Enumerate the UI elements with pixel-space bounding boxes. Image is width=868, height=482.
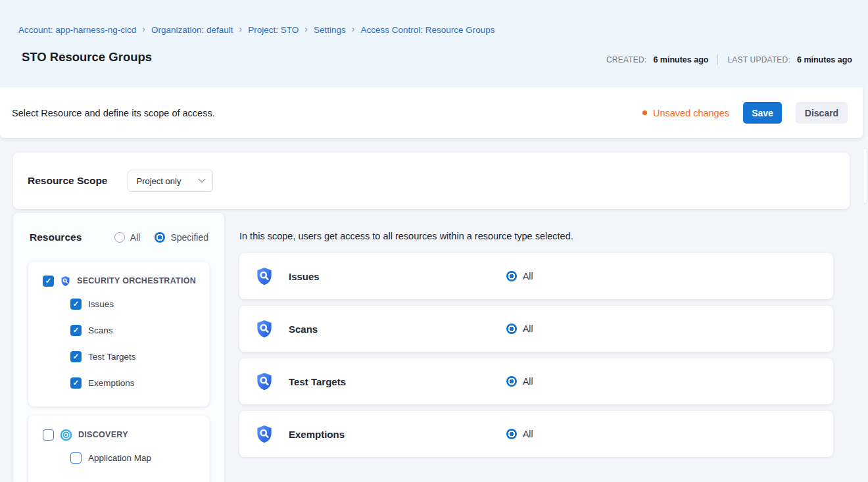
tree-child-row[interactable]: ✓ Issues [28, 291, 209, 317]
unsaved-changes-label: Unsaved changes [653, 108, 729, 118]
chevron-right-icon: › [304, 24, 308, 35]
resources-title: Resources [30, 231, 82, 243]
sto-shield-icon [254, 266, 274, 286]
resource-card-label: Exemptions [289, 429, 345, 440]
scope-help-text: In this scope, users get access to all r… [239, 231, 573, 241]
resource-card-issues: Issues All [239, 253, 833, 299]
tree-child-row[interactable]: ✓ Scans [28, 317, 209, 343]
checkbox-checked[interactable]: ✓ [70, 325, 82, 336]
child-label: Exemptions [88, 378, 135, 388]
sto-shield-icon [254, 319, 274, 339]
checkbox-unchecked[interactable] [43, 429, 54, 441]
tree-parent-row[interactable]: ✓ SECURITY ORCHESTRATION [28, 262, 209, 291]
tree-parent-row[interactable]: DISCOVERY [28, 416, 209, 445]
radio-unselected-icon[interactable] [114, 232, 125, 243]
access-all-label: All [523, 376, 533, 387]
breadcrumb-project-link[interactable]: Project: STO [248, 25, 299, 35]
breadcrumb-access-control-link[interactable]: Access Control: Resource Groups [360, 25, 494, 35]
radio-selected-icon[interactable] [506, 376, 517, 387]
resource-scope-dropdown[interactable]: Project only [128, 170, 213, 192]
checkbox-unchecked[interactable] [70, 452, 82, 464]
last-updated-value: 6 minutes ago [797, 55, 852, 64]
resource-group-security-orchestration: ✓ SECURITY ORCHESTRATION ✓ Issues ✓ Scan… [28, 262, 209, 406]
resource-card-test-targets: Test Targets All [239, 358, 833, 404]
header-meta: CREATED: 6 minutes ago LAST UPDATED: 6 m… [606, 55, 852, 65]
access-all-label: All [523, 324, 533, 334]
checkbox-checked[interactable]: ✓ [70, 299, 82, 310]
sto-shield-icon [254, 424, 274, 444]
radio-all-label: All [130, 232, 141, 243]
resource-scope-card: Resource Scope Project only [13, 153, 850, 209]
breadcrumb: Account: app-harness-ng-cicd › Organizat… [18, 24, 495, 35]
radio-selected-icon[interactable] [506, 324, 517, 334]
access-all-label: All [523, 271, 533, 281]
child-label: Test Targets [88, 352, 136, 362]
sto-shield-icon [60, 276, 71, 287]
resources-panel-header: Resources All Specified [13, 213, 224, 262]
action-toolbar: Select Resource and define its scope of … [0, 87, 863, 138]
meta-divider [717, 55, 718, 65]
scrollbar-thumb[interactable] [863, 148, 867, 204]
save-button[interactable]: Save [743, 102, 782, 124]
radio-specified-label: Specified [170, 232, 208, 243]
resource-group-detail-page: Account: app-harness-ng-cicd › Organizat… [0, 0, 868, 482]
last-updated-label: LAST UPDATED: [727, 55, 790, 64]
created-value: 6 minutes ago [653, 55, 708, 64]
radio-all[interactable]: All [114, 232, 141, 243]
toolbar-description: Select Resource and define its scope of … [12, 108, 215, 118]
chevron-right-icon: › [352, 24, 355, 35]
access-radio-all[interactable]: All [506, 271, 533, 281]
checkbox-checked[interactable]: ✓ [43, 276, 54, 287]
access-all-label: All [523, 429, 533, 439]
resource-card-scans: Scans All [239, 306, 833, 352]
page-title: STO Resource Groups [22, 50, 152, 64]
unsaved-changes-indicator: Unsaved changes [642, 108, 729, 118]
resource-card-exemptions: Exemptions All [239, 411, 833, 457]
discovery-icon [60, 429, 72, 441]
resource-card-label: Test Targets [289, 376, 346, 387]
child-label: Issues [88, 299, 114, 309]
unsaved-dot-icon [642, 110, 647, 115]
group-label: DISCOVERY [78, 430, 128, 439]
resource-card-label: Scans [289, 324, 318, 335]
chevron-down-icon [199, 176, 206, 183]
sto-shield-icon [254, 372, 274, 391]
resource-group-discovery: DISCOVERY Application Map [28, 416, 209, 482]
tree-child-row[interactable]: Application Map [28, 445, 209, 471]
discard-button[interactable]: Discard [796, 102, 848, 124]
resources-mode-radios: All Specified [114, 232, 208, 243]
child-label: Scans [88, 325, 113, 335]
group-label: SECURITY ORCHESTRATION [77, 276, 196, 285]
breadcrumb-account-link[interactable]: Account: app-harness-ng-cicd [18, 25, 136, 35]
resource-card-label: Issues [289, 271, 320, 282]
breadcrumb-organization-link[interactable]: Organization: default [151, 25, 233, 35]
checkbox-checked[interactable]: ✓ [70, 377, 82, 389]
child-label: Application Map [88, 453, 151, 463]
access-radio-all[interactable]: All [506, 429, 533, 439]
radio-selected-icon[interactable] [506, 271, 517, 281]
page-header: Account: app-harness-ng-cicd › Organizat… [0, 0, 868, 87]
breadcrumb-settings-link[interactable]: Settings [314, 25, 346, 35]
access-radio-all[interactable]: All [506, 324, 533, 334]
chevron-right-icon: › [142, 24, 145, 35]
created-label: CREATED: [606, 55, 646, 64]
resource-scope-selected-value: Project only [136, 176, 181, 186]
tree-child-row[interactable]: ✓ Exemptions [28, 370, 209, 396]
resources-panel: Resources All Specified ✓ SECURITY ORCHE… [13, 213, 224, 482]
radio-selected-icon[interactable] [506, 429, 517, 439]
radio-specified[interactable]: Specified [155, 232, 208, 243]
chevron-right-icon: › [239, 24, 243, 35]
toolbar-actions: Unsaved changes Save Discard [642, 102, 848, 124]
resource-scope-label: Resource Scope [28, 175, 107, 187]
tree-child-row[interactable]: ✓ Test Targets [28, 343, 209, 370]
radio-selected-icon[interactable] [155, 232, 165, 243]
access-radio-all[interactable]: All [506, 376, 533, 387]
checkbox-checked[interactable]: ✓ [70, 351, 82, 362]
